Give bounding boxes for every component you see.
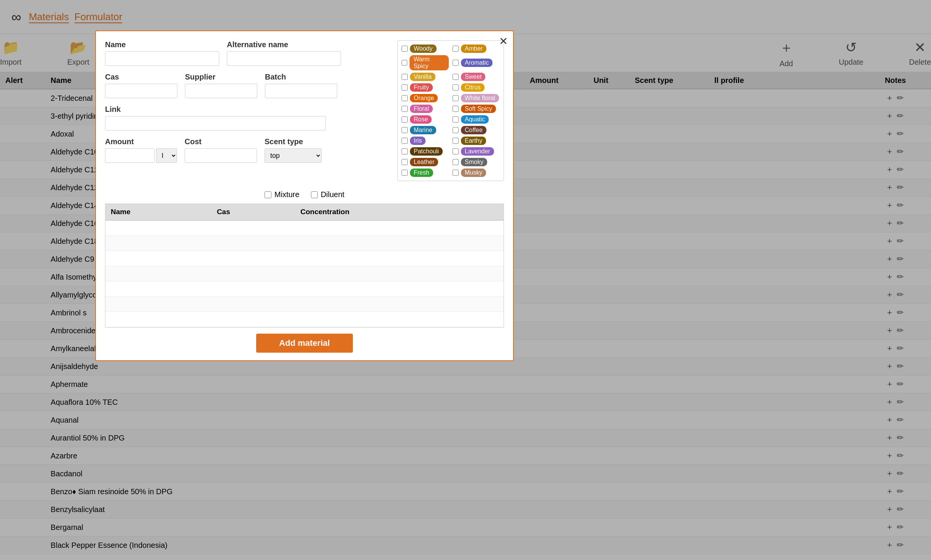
cost-label: Cost [185, 137, 257, 146]
amount-input[interactable] [105, 148, 155, 163]
mix-col-conc: Concentration [295, 204, 504, 220]
mix-col-name: Name [105, 204, 212, 220]
checkbox-item-leather[interactable]: Leather [402, 158, 449, 166]
checkbox-Coffee[interactable] [453, 127, 459, 133]
checkbox-Orange[interactable] [402, 95, 408, 101]
name-label: Name [105, 40, 219, 49]
table-row [105, 266, 504, 281]
checkbox-item-musky[interactable]: Musky [453, 169, 500, 177]
checkbox-Marine[interactable] [402, 127, 408, 133]
checkbox-Vanilla[interactable] [402, 74, 408, 80]
scent-type-group: Scent type top heart base all [265, 137, 322, 163]
checkbox-item-floral[interactable]: Floral [402, 105, 449, 113]
checkbox-Woody[interactable] [402, 46, 408, 52]
batch-input[interactable] [265, 84, 337, 98]
checkbox-item-coffee[interactable]: Coffee [453, 126, 500, 134]
link-group: Link [105, 105, 390, 130]
name-row: Name Alternative name [105, 40, 390, 66]
checkbox-item-fresh[interactable]: Fresh [402, 169, 449, 177]
checkbox-item-rose[interactable]: Rose [402, 115, 449, 124]
checkbox-Rose[interactable] [402, 116, 408, 123]
amount-label: Amount [105, 137, 177, 146]
name-input[interactable] [105, 51, 219, 66]
scent-type-select[interactable]: top heart base all [265, 148, 322, 163]
checkbox-item-marine[interactable]: Marine [402, 126, 449, 134]
checkbox-Musky[interactable] [453, 170, 459, 176]
cas-input[interactable] [105, 84, 177, 98]
checkbox-item-amber[interactable]: Amber [453, 45, 500, 53]
checkbox-Amber[interactable] [453, 46, 459, 52]
checkbox-item-warm-spicy[interactable]: Warm Spicy [402, 55, 449, 70]
checkbox-Warm Spicy[interactable] [402, 60, 407, 66]
supplier-group: Supplier [185, 73, 257, 98]
mixture-label[interactable]: Mixture [265, 190, 300, 199]
cost-input[interactable] [185, 148, 257, 163]
checkbox-item-smoky[interactable]: Smoky [453, 158, 500, 166]
checkbox-White floral[interactable] [453, 95, 459, 101]
checkbox-Patchouli[interactable] [402, 148, 408, 154]
checkbox-Fruity[interactable] [402, 84, 408, 91]
modal-overlay[interactable]: ✕ Name Alternative name [0, 0, 931, 560]
table-row [105, 312, 504, 327]
scent-checkboxes: WoodyAmberWarm SpicyAromaticVanillaSweet… [397, 40, 504, 181]
checkbox-Floral[interactable] [402, 106, 408, 112]
diluent-label[interactable]: Diluent [311, 190, 344, 199]
mixture-table: Name Cas Concentration [105, 204, 504, 327]
table-row [105, 220, 504, 235]
checkbox-item-aromatic[interactable]: Aromatic [453, 55, 500, 70]
checkbox-item-soft-spicy[interactable]: Soft Spicy [453, 105, 500, 113]
table-row [105, 296, 504, 312]
batch-group: Batch [265, 73, 337, 98]
checkbox-item-vanilla[interactable]: Vanilla [402, 73, 449, 81]
add-material-button[interactable]: Add material [256, 334, 352, 353]
alt-name-group: Alternative name [227, 40, 341, 66]
checkbox-item-iris[interactable]: Iris [402, 137, 449, 145]
mix-col-cas: Cas [212, 204, 295, 220]
checkbox-Smoky[interactable] [453, 159, 459, 165]
amount-unit-select[interactable]: lmlgkg [156, 148, 177, 163]
modal-body: Name Alternative name Cas Suppli [96, 31, 513, 190]
supplier-label: Supplier [185, 73, 257, 81]
checkbox-Iris[interactable] [402, 138, 408, 144]
diluent-checkbox[interactable] [311, 191, 318, 198]
table-row [105, 235, 504, 251]
checkbox-Leather[interactable] [402, 159, 408, 165]
checkbox-Lavender[interactable] [453, 148, 459, 154]
checkbox-item-lavender[interactable]: Lavender [453, 147, 500, 156]
checkbox-item-patchouli[interactable]: Patchouli [402, 147, 449, 156]
checkbox-Citrus[interactable] [453, 84, 459, 91]
checkbox-Soft Spicy[interactable] [453, 106, 459, 112]
checkbox-item-earthy[interactable]: Earthy [453, 137, 500, 145]
checkbox-Aromatic[interactable] [453, 60, 459, 66]
mixture-row: Mixture Diluent [96, 190, 513, 199]
checkbox-Earthy[interactable] [453, 138, 459, 144]
checkbox-item-citrus[interactable]: Citrus [453, 83, 500, 92]
checkbox-item-white-floral[interactable]: White floral [453, 94, 500, 102]
checkbox-item-woody[interactable]: Woody [402, 45, 449, 53]
scent-type-label: Scent type [265, 137, 322, 146]
checkbox-item-fruity[interactable]: Fruity [402, 83, 449, 92]
cas-group: Cas [105, 73, 177, 98]
cost-group: Cost [185, 137, 257, 163]
checkbox-Sweet[interactable] [453, 74, 459, 80]
name-group: Name [105, 40, 219, 66]
cas-label: Cas [105, 73, 177, 81]
checkbox-item-sweet[interactable]: Sweet [453, 73, 500, 81]
link-label: Link [105, 105, 390, 114]
add-material-modal: ✕ Name Alternative name [95, 30, 514, 361]
checkbox-item-aquatic[interactable]: Aquatic [453, 115, 500, 124]
link-row: Link [105, 105, 390, 130]
checkbox-Fresh[interactable] [402, 170, 408, 176]
mixture-checkbox[interactable] [265, 191, 271, 198]
alt-name-input[interactable] [227, 51, 341, 66]
checkbox-Aquatic[interactable] [453, 116, 459, 123]
table-row [105, 281, 504, 296]
amount-group: Amount lmlgkg [105, 137, 177, 163]
checkbox-item-orange[interactable]: Orange [402, 94, 449, 102]
batch-label: Batch [265, 73, 337, 81]
modal-close-button[interactable]: ✕ [499, 35, 508, 48]
modal-form: Name Alternative name Cas Suppli [105, 40, 390, 181]
link-input[interactable] [105, 116, 326, 130]
alt-name-label: Alternative name [227, 40, 341, 49]
supplier-input[interactable] [185, 84, 257, 98]
